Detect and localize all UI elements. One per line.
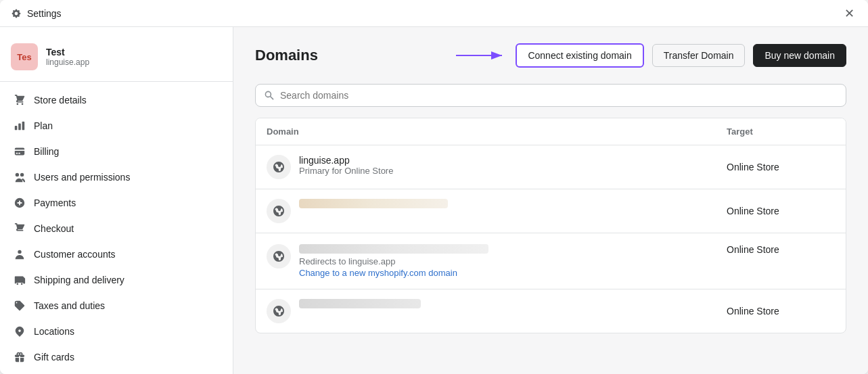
title-bar: Settings ✕ <box>0 0 868 27</box>
plan-icon <box>14 120 26 132</box>
sidebar-item-label: Taxes and duties <box>34 300 105 311</box>
sidebar-item-locations[interactable]: Locations <box>0 319 233 344</box>
domain-cell: Redirects to linguise.app Change to a ne… <box>267 244 727 278</box>
sidebar-item-billing[interactable]: Billing <box>0 139 233 164</box>
column-header-domain: Domain <box>267 126 727 137</box>
globe-icon <box>272 250 285 263</box>
arrow-annotation <box>453 47 507 64</box>
header-actions: Connect existing domain Transfer Domain … <box>453 43 846 68</box>
connect-existing-domain-button[interactable]: Connect existing domain <box>516 43 643 68</box>
change-domain-link[interactable]: Change to a new myshopify.com domain <box>299 268 488 278</box>
page-header: Domains Connect existing <box>255 43 846 68</box>
table-row[interactable]: linguise.app Primary for Online Store On… <box>256 145 846 189</box>
taxes-icon <box>14 300 26 312</box>
target-cell: Online Store <box>727 162 835 172</box>
domain-cell <box>267 199 727 223</box>
target-cell: Online Store <box>727 206 835 216</box>
title-bar-content: Settings <box>11 8 842 19</box>
sidebar-item-customer-accounts[interactable]: Customer accounts <box>0 241 233 267</box>
search-icon <box>264 90 275 101</box>
sidebar-item-label: Shipping and delivery <box>34 275 124 285</box>
customer-icon <box>14 248 26 260</box>
checkout-icon <box>14 223 26 235</box>
sidebar: Tes Test linguise.app Store details Plan… <box>0 27 233 374</box>
table-row[interactable]: Online Store <box>256 189 846 233</box>
gear-icon <box>11 8 22 19</box>
globe-icon <box>272 304 285 318</box>
sidebar-item-label: Plan <box>34 120 53 131</box>
sidebar-item-label: Billing <box>34 146 59 157</box>
domain-cell: linguise.app Primary for Online Store <box>267 155 727 179</box>
billing-icon <box>14 145 26 158</box>
domain-info <box>299 199 448 208</box>
user-section: Tes Test linguise.app <box>0 38 233 82</box>
globe-icon-wrapper <box>267 299 291 323</box>
redirect-text: Redirects to linguise.app <box>299 256 488 266</box>
sidebar-item-checkout[interactable]: Checkout <box>0 216 233 241</box>
sidebar-item-store-details[interactable]: Store details <box>0 87 233 113</box>
sidebar-item-users-permissions[interactable]: Users and permissions <box>0 164 233 190</box>
domain-info <box>299 299 421 308</box>
target-cell: Online Store <box>727 306 835 317</box>
blurred-domain-bar <box>299 199 448 208</box>
arrow-icon <box>453 47 507 64</box>
globe-icon <box>272 204 285 218</box>
shipping-icon <box>14 274 26 286</box>
blurred-domain-bar-gray <box>299 244 488 254</box>
payments-icon <box>14 197 26 209</box>
users-icon <box>14 171 26 183</box>
store-icon <box>14 94 26 106</box>
target-cell: Online Store <box>727 244 835 255</box>
content-area: Domains Connect existing <box>233 27 868 374</box>
domain-sub-text: Primary for Online Store <box>299 166 393 176</box>
sidebar-item-shipping-delivery[interactable]: Shipping and delivery <box>0 267 233 293</box>
domains-table: Domain Target linguise.app Primary fo <box>255 118 846 333</box>
title-bar-title: Settings <box>27 8 62 19</box>
avatar: Tes <box>11 43 38 70</box>
table-row[interactable]: Online Store <box>256 289 846 333</box>
user-domain: linguise.app <box>46 57 89 67</box>
sidebar-item-markets[interactable]: Markets <box>0 370 233 374</box>
sidebar-item-label: Payments <box>34 197 76 208</box>
blurred-domain-bar-short <box>299 299 421 308</box>
user-info: Test linguise.app <box>46 47 89 67</box>
sidebar-item-label: Users and permissions <box>34 172 130 183</box>
buy-new-domain-button[interactable]: Buy new domain <box>753 44 846 67</box>
locations-icon <box>14 325 26 337</box>
gift-icon <box>14 351 26 363</box>
sidebar-item-gift-cards[interactable]: Gift cards <box>0 344 233 370</box>
table-header: Domain Target <box>256 118 846 145</box>
globe-icon <box>272 160 285 174</box>
domain-info: Redirects to linguise.app Change to a ne… <box>299 244 488 278</box>
sidebar-item-plan[interactable]: Plan <box>0 113 233 139</box>
domain-info: linguise.app Primary for Online Store <box>299 155 393 176</box>
sidebar-item-payments[interactable]: Payments <box>0 190 233 216</box>
globe-icon-wrapper <box>267 155 291 179</box>
sidebar-item-label: Gift cards <box>34 352 74 363</box>
column-header-target: Target <box>727 126 835 137</box>
domain-cell <box>267 299 727 323</box>
search-container <box>255 84 846 107</box>
page-title: Domains <box>255 47 318 64</box>
sidebar-item-taxes-duties[interactable]: Taxes and duties <box>0 293 233 319</box>
transfer-domain-button[interactable]: Transfer Domain <box>652 44 746 67</box>
sidebar-item-label: Checkout <box>34 223 74 234</box>
domain-name: linguise.app <box>299 155 393 166</box>
sidebar-item-label: Locations <box>34 326 74 337</box>
user-name: Test <box>46 47 89 57</box>
table-row[interactable]: Redirects to linguise.app Change to a ne… <box>256 233 846 289</box>
close-button[interactable]: ✕ <box>842 5 857 22</box>
globe-icon-wrapper <box>267 199 291 223</box>
search-input[interactable] <box>280 90 838 101</box>
sidebar-item-label: Store details <box>34 95 87 106</box>
sidebar-item-label: Customer accounts <box>34 249 116 260</box>
globe-icon-wrapper <box>267 244 291 268</box>
